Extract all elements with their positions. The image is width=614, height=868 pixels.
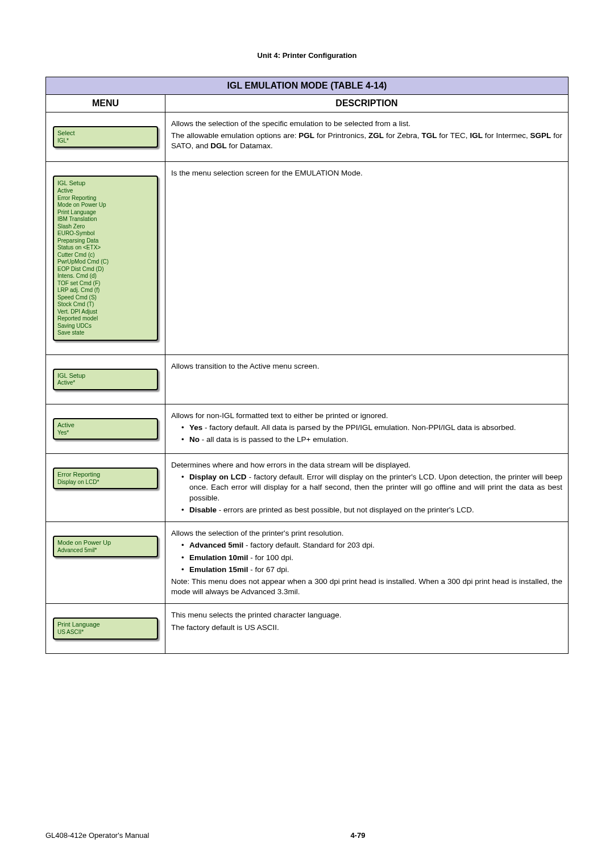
- bullet-list: Yes - factory default. All data is parse…: [171, 423, 562, 445]
- table-row: IGL Setup ActiveError ReportingMode on P…: [46, 162, 569, 354]
- text: - for 100 dpi.: [248, 553, 294, 562]
- lcd-item: Slash Zero: [57, 223, 154, 231]
- desc-text: This menu selects the printed character …: [171, 610, 562, 620]
- table-row: Print Language US ASCII* This menu selec…: [46, 604, 569, 653]
- lcd-panel: Error Reporting Display on LCD*: [53, 468, 158, 489]
- table-row: IGL Setup Active* Allows transition to t…: [46, 354, 569, 404]
- unit-header: Unit 4: Printer Configuration: [45, 51, 569, 60]
- footer-page-number: 4-79: [350, 831, 365, 840]
- lcd-value: Yes*: [57, 429, 154, 437]
- text-bold: Display on LCD: [189, 473, 247, 481]
- text-bold: No: [189, 435, 200, 444]
- page: Unit 4: Printer Configuration IGL EMULAT…: [0, 0, 614, 868]
- lcd-panel: IGL Setup ActiveError ReportingMode on P…: [53, 176, 158, 340]
- table-row: Error Reporting Display on LCD* Determin…: [46, 454, 569, 522]
- text: - factory default. Standard for 203 dpi.: [243, 541, 374, 549]
- lcd-panel: IGL Setup Active*: [53, 369, 158, 390]
- col-header-menu: MENU: [46, 95, 165, 112]
- list-item: Emulation 15mil - for 67 dpi.: [181, 565, 562, 575]
- lcd-title: Print Language: [57, 621, 154, 629]
- table-title-row: IGL EMULATION MODE (TABLE 4-14): [46, 77, 569, 95]
- text-bold: DGL: [210, 141, 227, 150]
- lcd-item: TOF set Cmd (F): [57, 280, 154, 287]
- table-row: Select IGL* Allows the selection of the …: [46, 112, 569, 162]
- text-bold: Advanced 5mil: [189, 541, 243, 549]
- lcd-value: US ASCII*: [57, 629, 154, 636]
- lcd-item: Mode on Power Up: [57, 202, 154, 209]
- lcd-item: Reported model: [57, 315, 154, 323]
- desc-text: Note: This menu does not appear when a 3…: [171, 577, 562, 597]
- desc-text: Determines where and how errors in the d…: [171, 460, 562, 470]
- text: for Printronics,: [314, 131, 368, 140]
- lcd-title: Active: [57, 422, 154, 429]
- lcd-panel: Print Language US ASCII*: [53, 617, 158, 639]
- lcd-item: Stock Cmd (T): [57, 301, 154, 308]
- lcd-item: Saving UDCs: [57, 323, 154, 330]
- text-bold: SGPL: [530, 131, 551, 140]
- footer-left: GL408-412e Operator's Manual: [45, 831, 149, 840]
- text-bold: IGL: [470, 131, 483, 140]
- lcd-panel: Mode on Power Up Advanced 5mil*: [53, 536, 158, 557]
- lcd-item: PwrUpMod Cmd (C): [57, 258, 154, 266]
- lcd-item: IBM Translation: [57, 216, 154, 223]
- list-item: Disable - errors are printed as best pos…: [181, 505, 562, 515]
- text: - errors are printed as best possible, b…: [217, 506, 474, 514]
- lcd-panel: Active Yes*: [53, 418, 158, 440]
- lcd-item: Status on <ETX>: [57, 244, 154, 252]
- config-table: IGL EMULATION MODE (TABLE 4-14) MENU DES…: [45, 77, 569, 654]
- lcd-item: Error Reporting: [57, 195, 154, 202]
- lcd-title: Error Reporting: [57, 471, 154, 479]
- lcd-item: Preparsing Data: [57, 237, 154, 245]
- desc-text: Allows transition to the Active menu scr…: [171, 361, 562, 372]
- text-bold: PGL: [298, 131, 314, 140]
- desc-text: Allows for non-IGL formatted text to eit…: [171, 411, 562, 421]
- lcd-item: EOP Dist Cmd (D): [57, 266, 154, 273]
- bullet-list: Display on LCD - factory default. Error …: [171, 472, 562, 515]
- lcd-item: Save state: [57, 329, 154, 337]
- text-bold: Yes: [189, 423, 202, 432]
- list-item: Emulation 10mil - for 100 dpi.: [181, 553, 562, 563]
- table-row: Active Yes* Allows for non-IGL formatted…: [46, 404, 569, 453]
- desc-text: The factory default is US ASCII.: [171, 623, 562, 633]
- text: The allowable emulation options are:: [171, 131, 298, 140]
- text: for Zebra,: [384, 131, 421, 140]
- desc-text: Allows the selection of the printer's pr…: [171, 528, 562, 539]
- lcd-item: EURO-Symbol: [57, 230, 154, 237]
- list-item: Display on LCD - factory default. Error …: [181, 472, 562, 503]
- text-bold: TGL: [421, 131, 437, 140]
- text: for Datamax.: [227, 141, 273, 150]
- lcd-value: IGL*: [57, 137, 154, 145]
- desc-text: The allowable emulation options are: PGL…: [171, 131, 562, 151]
- text: - for 67 dpi.: [248, 565, 289, 574]
- page-footer: GL408-412e Operator's Manual 4-79 .: [45, 831, 569, 840]
- text: - factory default. All data is parsed by…: [202, 423, 516, 432]
- col-header-desc: DESCRIPTION: [165, 95, 569, 112]
- lcd-item-list: ActiveError ReportingMode on Power UpPri…: [57, 187, 154, 337]
- lcd-title: Select: [57, 130, 154, 137]
- lcd-item: Speed Cmd (S): [57, 294, 154, 302]
- desc-text: Is the menu selection screen for the EMU…: [171, 168, 562, 178]
- lcd-title: Mode on Power Up: [57, 539, 154, 547]
- lcd-title: IGL Setup: [57, 180, 154, 187]
- lcd-title: IGL Setup: [57, 372, 154, 380]
- text: for TEC,: [437, 131, 470, 140]
- lcd-value: Display on LCD*: [57, 479, 154, 486]
- list-item: Advanced 5mil - factory default. Standar…: [181, 540, 562, 550]
- text-bold: Emulation 15mil: [189, 565, 248, 574]
- list-item: Yes - factory default. All data is parse…: [181, 423, 562, 433]
- lcd-item: Intens. Cmd (d): [57, 273, 154, 280]
- text-bold: Emulation 10mil: [189, 553, 248, 562]
- lcd-value: Active*: [57, 379, 154, 387]
- lcd-panel: Select IGL*: [53, 126, 158, 148]
- list-item: No - all data is is passed to the LP+ em…: [181, 435, 562, 445]
- table-row: Mode on Power Up Advanced 5mil* Allows t…: [46, 522, 569, 604]
- lcd-item: Active: [57, 187, 154, 195]
- table-title: IGL EMULATION MODE (TABLE 4-14): [46, 77, 569, 95]
- lcd-item: Vert. DPI Adjust: [57, 308, 154, 316]
- lcd-item: LRP adj. Cmd (f): [57, 287, 154, 294]
- lcd-value: Advanced 5mil*: [57, 547, 154, 554]
- bullet-list: Advanced 5mil - factory default. Standar…: [171, 540, 562, 575]
- table-header-row: MENU DESCRIPTION: [46, 95, 569, 112]
- lcd-item: Print Language: [57, 209, 154, 216]
- lcd-item: Cutter Cmd (c): [57, 252, 154, 259]
